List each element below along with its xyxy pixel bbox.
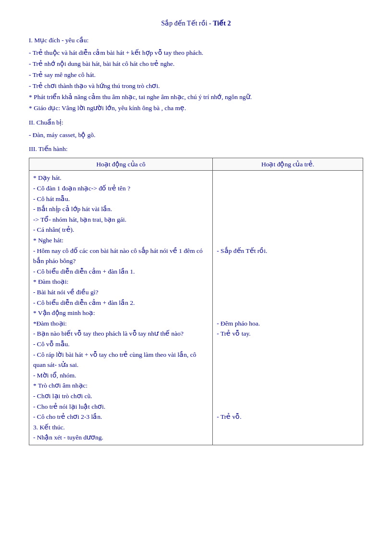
table-left-line: * Nghe hát:	[33, 235, 208, 246]
table-left-line: * Vận động minh hoạ:	[33, 308, 208, 318]
section-3: III. Tiến hành: Hoạt động của cô Hoạt độ…	[29, 145, 363, 445]
table-right-line: - Đêm pháo hoa.	[217, 318, 359, 329]
section1-line-6: * Giáo dục: Vâng lời người lớn, yêu kính…	[29, 103, 363, 113]
table-left-line: - Cô hát mẫu.	[33, 194, 208, 204]
table-left-line: - Cá nhân( trẻ).	[33, 225, 208, 235]
table-left-line: * Trò chơi âm nhạc:	[33, 380, 208, 391]
table-left-line: *Đàm thoại:	[33, 318, 208, 329]
table-right-line: - Trẻ vỗ.	[217, 412, 359, 422]
section1-line-5: * Phát triển khả năng cảm thu âm nhạc, t…	[29, 92, 363, 102]
section2-heading: II. Chuẩn bị:	[29, 118, 363, 126]
table-left-line: - Bạn nào biết vỗ tay theo phách là vỗ t…	[33, 328, 208, 339]
table-left-line: - Cô cho trẻ chơi 2-3 lần.	[33, 412, 208, 422]
table-left-line: - Cô biểu diễn diễn cảm + đàn lần 2.	[33, 298, 208, 308]
activity-table: Hoạt động của cô Hoạt động của trẻ. * Dạ…	[29, 158, 363, 445]
section2-line-1: - Đàn, máy casset, bộ gõ.	[29, 130, 363, 140]
table-left-line: - Cô biểu diễn diễn cảm + đàn lần 1.	[33, 266, 208, 277]
section3-heading: III. Tiến hành:	[29, 145, 363, 153]
section1-heading: I. Mục đích - yêu cầu:	[29, 36, 363, 44]
table-left-line: - Chơi lại trò chơi cũ.	[33, 391, 208, 402]
table-right-line: - Sắp đến Tết rồi.	[217, 246, 359, 256]
table-cell-right: - Sắp đến Tết rồi. - Đêm pháo hoa.- Trẻ …	[213, 171, 363, 445]
title-bold: Tiết 2	[213, 20, 231, 27]
section2-lines: - Đàn, máy casset, bộ gõ.	[29, 130, 363, 140]
section1-line-1: - Trẻ thuộc và hát diễn cảm bài hát + kế…	[29, 48, 363, 58]
table-cell-left: * Dạy hát.- Cô đàn 1 đoạn nhạc-> đố trẻ …	[29, 171, 213, 445]
table-left-line: - Bắt nhịp cả lớp hát vài lần.	[33, 204, 208, 214]
table-left-line: - Hôm nay cô đố các con bài hát nào cô s…	[33, 246, 208, 266]
title-text: Sắp đến Tết rồi -	[161, 20, 213, 27]
table-right-line: - Trẻ vỗ tay.	[217, 328, 359, 339]
section1-line-2: - Trẻ nhớ nội dung bài hát, bài hát cô h…	[29, 59, 363, 69]
table-left-line: - Mời tổ, nhóm.	[33, 370, 208, 381]
table-left-line: - Cô ráp lời bài hát + vỗ tay cho trẻ cù…	[33, 350, 208, 370]
table-left-line: * Dạy hát.	[33, 173, 208, 183]
section-2: II. Chuẩn bị: - Đàn, máy casset, bộ gõ.	[29, 118, 363, 140]
table-header-right: Hoạt động của trẻ.	[213, 158, 363, 171]
section1-line-4: - Trẻ chơi thành thạo và hứng thú trong …	[29, 81, 363, 91]
table-left-line: - Cô vỗ mẫu.	[33, 339, 208, 350]
page-title: Sắp đến Tết rồi - Tiết 2	[29, 19, 363, 27]
table-left-line: 3. Kết thúc.	[33, 422, 208, 433]
table-left-line: - Nhận xét - tuyên dương.	[33, 432, 208, 443]
section-1: I. Mục đích - yêu cầu: - Trẻ thuộc và há…	[29, 36, 363, 113]
table-left-line: - Cho trẻ nói lại luật chơi.	[33, 402, 208, 412]
table-left-line: - Cô đàn 1 đoạn nhạc-> đố trẻ tên ?	[33, 183, 208, 194]
table-left-line: - Bài hát nói về điều gì?	[33, 287, 208, 298]
table-left-line: -> Tổ- nhóm hát, bạn trai, bạn gái.	[33, 214, 208, 225]
section1-line-3: - Trẻ say mê nghe cô hát.	[29, 70, 363, 80]
section1-lines: - Trẻ thuộc và hát diễn cảm bài hát + kế…	[29, 48, 363, 113]
table-header-left: Hoạt động của cô	[29, 158, 213, 171]
table-left-line: * Đàm thoại:	[33, 276, 208, 287]
